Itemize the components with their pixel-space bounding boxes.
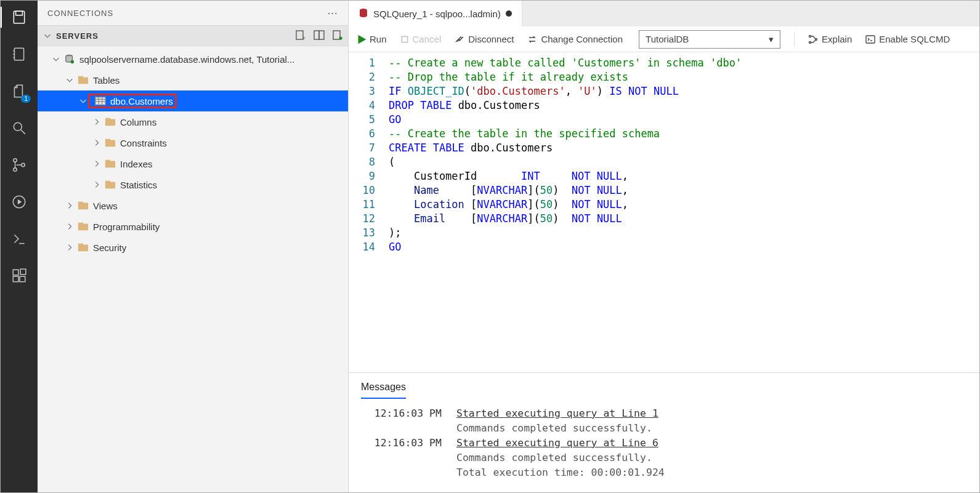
db-select-value: TutorialDB <box>646 34 689 44</box>
msg-line: Commands completed successfully. <box>456 421 652 436</box>
svg-point-8 <box>14 159 17 162</box>
security-label: Security <box>93 242 126 253</box>
messages-body: 12:16:03 PMStarted executing query at Li… <box>361 406 967 480</box>
msg-line: Total execution time: 00:00:01.924 <box>456 465 665 480</box>
svg-rect-49 <box>402 36 407 42</box>
svg-rect-20 <box>314 31 319 39</box>
object-explorer-tree: sqlpoolservername.database.windows.net, … <box>38 46 348 492</box>
more-icon[interactable]: ··· <box>328 9 338 18</box>
svg-point-9 <box>14 168 17 171</box>
svg-rect-21 <box>319 31 324 39</box>
constraints-label: Constraints <box>120 138 167 148</box>
extensions-icon[interactable] <box>9 265 30 286</box>
chevron-right-icon <box>65 201 75 210</box>
servers-label: SERVERS <box>56 31 295 41</box>
editor-tabs: SQLQuery_1 - sqlpoo...ladmin) <box>349 1 979 26</box>
dbo-customers-node[interactable]: dbo.Customers <box>38 90 348 111</box>
folder-icon <box>77 200 89 211</box>
folder-icon <box>104 116 116 127</box>
svg-rect-46 <box>78 245 88 252</box>
columns-node[interactable]: Columns <box>38 111 348 132</box>
svg-line-7 <box>21 130 25 134</box>
svg-rect-17 <box>20 269 26 275</box>
connections-icon[interactable] <box>9 7 30 28</box>
svg-point-10 <box>22 163 25 166</box>
views-label: Views <box>93 201 118 211</box>
new-query-icon[interactable] <box>332 30 343 42</box>
constraints-node[interactable]: Constraints <box>38 132 348 153</box>
views-node[interactable]: Views <box>38 195 348 216</box>
explorer-badge: 1 <box>21 95 31 103</box>
editor-area: SQLQuery_1 - sqlpoo...ladmin) Run Cancel… <box>349 1 979 492</box>
connections-sidebar: CONNECTIONS ··· SERVERS + sqlpoolservern… <box>38 1 349 492</box>
folder-icon <box>77 242 89 253</box>
run-debug-icon[interactable] <box>9 191 30 212</box>
svg-rect-1 <box>16 11 23 15</box>
explain-button[interactable]: Explain <box>808 34 852 44</box>
notebook-icon[interactable] <box>9 44 30 65</box>
sidebar-title: CONNECTIONS <box>47 9 113 18</box>
svg-rect-16 <box>20 276 25 282</box>
enable-sqlcmd-button[interactable]: Enable SQLCMD <box>865 34 950 44</box>
svg-rect-27 <box>78 78 88 84</box>
statistics-node[interactable]: Statistics <box>38 174 348 195</box>
server-label: sqlpoolservername.database.windows.net, … <box>79 54 294 65</box>
svg-rect-28 <box>95 97 105 105</box>
programmability-node[interactable]: Programmability <box>38 216 348 237</box>
msg-line: Commands completed successfully. <box>456 451 652 465</box>
unsaved-indicator-icon <box>506 10 512 17</box>
svg-rect-53 <box>866 36 875 43</box>
chevron-down-icon <box>78 96 88 106</box>
folder-icon <box>104 158 116 169</box>
folder-icon <box>104 137 116 148</box>
svg-rect-42 <box>78 203 88 210</box>
terminal-nav-icon[interactable] <box>9 228 30 249</box>
cancel-button[interactable]: Cancel <box>400 34 442 44</box>
search-icon[interactable] <box>9 118 30 138</box>
folder-icon <box>77 221 89 232</box>
sidebar-title-row: CONNECTIONS ··· <box>38 1 348 25</box>
new-group-icon[interactable] <box>314 30 325 42</box>
disconnect-button[interactable]: Disconnect <box>455 34 514 44</box>
tables-node[interactable]: Tables <box>38 70 348 90</box>
msg-time: 12:16:03 PM <box>361 406 456 421</box>
svg-rect-22 <box>333 31 340 39</box>
chevron-down-icon <box>51 54 61 64</box>
sql-query-tab[interactable]: SQLQuery_1 - sqlpoo...ladmin) <box>349 1 522 26</box>
messages-tab[interactable]: Messages <box>361 382 406 399</box>
svg-rect-40 <box>105 182 115 189</box>
svg-rect-34 <box>105 119 115 126</box>
highlight-box: dbo.Customers <box>88 94 177 108</box>
svg-point-25 <box>71 60 74 63</box>
chevron-right-icon <box>65 222 75 231</box>
svg-text:+: + <box>302 35 306 41</box>
svg-rect-36 <box>105 140 115 147</box>
svg-rect-2 <box>14 48 23 60</box>
msg-line: Started executing query at Line 6 <box>456 437 658 449</box>
msg-line: Started executing query at Line 1 <box>456 407 658 419</box>
dbo-customers-label: dbo.Customers <box>110 96 173 106</box>
code-editor[interactable]: 1234567891011121314 -- Create a new tabl… <box>349 52 979 372</box>
table-icon <box>94 95 107 106</box>
run-button[interactable]: Run <box>357 34 387 44</box>
database-select[interactable]: TutorialDB▾ <box>639 30 780 49</box>
source-control-icon[interactable] <box>9 154 30 175</box>
code-content[interactable]: -- Create a new table called 'Customers'… <box>383 56 979 372</box>
new-connection-icon[interactable]: + <box>295 30 306 42</box>
svg-point-23 <box>339 36 342 39</box>
activity-bar: 1 <box>1 1 38 492</box>
chevron-right-icon <box>65 242 75 252</box>
servers-header[interactable]: SERVERS + <box>38 25 348 46</box>
svg-rect-14 <box>13 270 18 275</box>
change-connection-button[interactable]: Change Connection <box>527 34 623 44</box>
svg-marker-12 <box>18 199 22 205</box>
security-node[interactable]: Security <box>38 237 348 258</box>
indexes-node[interactable]: Indexes <box>38 153 348 174</box>
explorer-icon[interactable]: 1 <box>9 81 30 102</box>
server-node[interactable]: sqlpoolservername.database.windows.net, … <box>38 49 348 70</box>
svg-marker-48 <box>358 36 365 43</box>
svg-point-6 <box>14 122 22 130</box>
indexes-label: Indexes <box>120 159 153 169</box>
chevron-right-icon <box>92 180 102 190</box>
chevron-down-icon <box>43 31 52 41</box>
